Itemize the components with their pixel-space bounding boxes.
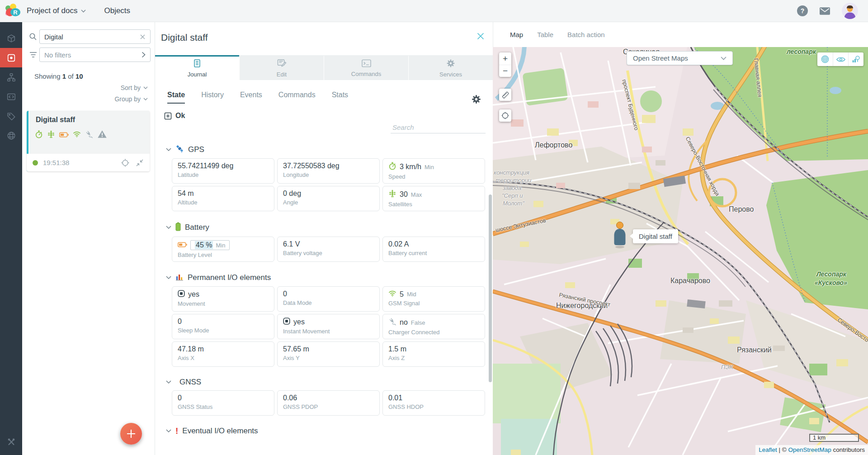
globe-icon xyxy=(6,131,16,141)
geofence-poi-button[interactable] xyxy=(848,52,863,66)
tag-icon xyxy=(6,111,16,121)
tools-icon xyxy=(6,437,16,447)
section-icon-battery xyxy=(175,222,181,233)
mail-icon[interactable] xyxy=(820,7,830,15)
follow-all-button[interactable] xyxy=(817,52,833,66)
map-canvas[interactable] xyxy=(493,47,868,455)
tab-journal[interactable]: Journal xyxy=(155,55,239,80)
marker-tooltip-label: Digital staff xyxy=(639,232,672,240)
chevron-down-icon xyxy=(143,98,148,100)
measure-button[interactable] xyxy=(499,89,511,101)
sort-by[interactable]: Sort by xyxy=(121,84,148,91)
rail-item-code[interactable] xyxy=(0,87,22,106)
menu-objects[interactable]: Objects xyxy=(104,6,130,15)
hierarchy-icon xyxy=(6,72,16,82)
section-header-eventual-i-o-elements[interactable]: ! Eventual I/O elements xyxy=(166,427,485,436)
svg-text:R: R xyxy=(13,9,18,16)
project-selector[interactable]: Project of docs xyxy=(27,6,86,15)
rail-item-tools[interactable] xyxy=(0,432,22,451)
filter-icon xyxy=(27,52,39,58)
map-tab-batch-action[interactable]: Batch action xyxy=(567,31,605,38)
chevron-down-icon xyxy=(721,57,726,60)
state-search-input[interactable] xyxy=(391,122,486,133)
state-card-axis-z: 1.5 m Axis Z xyxy=(382,341,485,367)
help-button[interactable]: ? xyxy=(797,5,808,16)
map-layer-select[interactable]: Open Street Maps xyxy=(627,51,733,65)
object-card-title: Digital staff xyxy=(36,116,75,124)
add-object-button[interactable] xyxy=(120,423,142,445)
edit-icon xyxy=(277,59,287,70)
map-tab-map[interactable]: Map xyxy=(510,31,523,38)
app-logo[interactable]: R xyxy=(3,3,21,19)
tab-services[interactable]: Services xyxy=(408,55,493,80)
showing-count: Showing 1 of 10 xyxy=(34,72,83,80)
close-icon[interactable] xyxy=(476,32,485,40)
status-label: Ok xyxy=(175,112,185,120)
state-card-axis-x: 47.18 m Axis X xyxy=(172,341,274,367)
rail-item-objects[interactable] xyxy=(0,48,22,67)
settings-gear-icon[interactable] xyxy=(472,95,481,104)
rail-item-tags[interactable] xyxy=(0,106,22,126)
subtab-commands[interactable]: Commands xyxy=(278,91,316,104)
object-card-digital-staff[interactable]: Digital staff 19:51:38 xyxy=(27,111,150,171)
object-status-icons xyxy=(35,130,107,140)
visibility-button[interactable] xyxy=(833,52,848,66)
chevron-right-icon[interactable] xyxy=(142,52,146,58)
state-card-latitude: 55.74211499 deg Latitude xyxy=(172,158,274,184)
tab-commands[interactable]: Commands xyxy=(324,55,408,80)
osm-link[interactable]: OpenStreetMap xyxy=(788,446,831,453)
plug-icon xyxy=(388,318,396,327)
leaflet-link[interactable]: Leaflet xyxy=(759,446,777,453)
object-card-footer: 19:51:38 xyxy=(27,154,150,171)
movement-icon xyxy=(283,318,290,327)
marker-tooltip[interactable]: Digital staff xyxy=(633,229,678,243)
tab-edit[interactable]: Edit xyxy=(239,55,324,80)
app-window: R Project of docs Objects ? xyxy=(0,0,868,455)
section-header-gps[interactable]: GPS xyxy=(166,144,485,155)
movement-icon xyxy=(178,290,185,299)
subtab-history[interactable]: History xyxy=(201,91,224,104)
object-marker[interactable] xyxy=(611,221,628,251)
cube-icon xyxy=(6,33,16,43)
rail-item-hierarchy[interactable] xyxy=(0,67,22,87)
rail-item-globe[interactable] xyxy=(0,126,22,145)
wifi-icon xyxy=(73,131,81,139)
section-header-permanent-i-o-elements[interactable]: Permanent I/O elements xyxy=(166,273,485,283)
search-row xyxy=(27,29,151,44)
avatar[interactable] xyxy=(842,3,858,19)
group-by[interactable]: Group by xyxy=(114,95,148,103)
zoom-out-button[interactable]: − xyxy=(499,65,511,77)
state-card-movement: yes Movement xyxy=(172,286,274,312)
online-status-dot xyxy=(33,160,38,166)
subtab-state[interactable]: State xyxy=(167,91,185,104)
map-attribution: Leaflet | © OpenStreetMap contributors xyxy=(755,445,868,455)
filter-input[interactable] xyxy=(44,51,142,59)
left-rail xyxy=(0,22,22,455)
section-icon-gps xyxy=(175,144,184,155)
collapse-icon[interactable] xyxy=(136,159,144,167)
scrollbar-thumb[interactable] xyxy=(489,194,492,382)
subtab-stats[interactable]: Stats xyxy=(332,91,348,104)
value-input-box[interactable]: 45 %Min xyxy=(190,240,230,250)
pin-chart-icon xyxy=(851,55,861,64)
map-tools xyxy=(817,52,863,66)
follow-button[interactable] xyxy=(499,109,511,122)
circle-icon xyxy=(501,111,509,120)
clear-search-icon[interactable] xyxy=(140,34,146,40)
scrollbar-track[interactable] xyxy=(489,144,492,455)
search-input[interactable] xyxy=(44,33,140,41)
rail-item-devices[interactable] xyxy=(0,28,22,48)
state-card-data-mode: 0 Data Mode xyxy=(277,286,380,312)
subtab-events[interactable]: Events xyxy=(240,91,262,104)
state-card-satellites: 30Max Satellites xyxy=(382,186,485,211)
section-header-battery[interactable]: Battery xyxy=(166,222,485,233)
zoom-in-button[interactable]: + xyxy=(499,52,511,65)
locate-icon[interactable] xyxy=(121,158,130,167)
section-header-gnss[interactable]: GNSS xyxy=(166,378,485,387)
map-view-tabs: MapTableBatch action xyxy=(493,22,868,47)
chevron-down-icon xyxy=(166,226,171,229)
battery-orange-icon xyxy=(178,241,187,249)
warning-icon xyxy=(97,130,107,140)
map-tab-table[interactable]: Table xyxy=(537,31,553,38)
map-scale-bar: 1 km xyxy=(809,434,859,442)
